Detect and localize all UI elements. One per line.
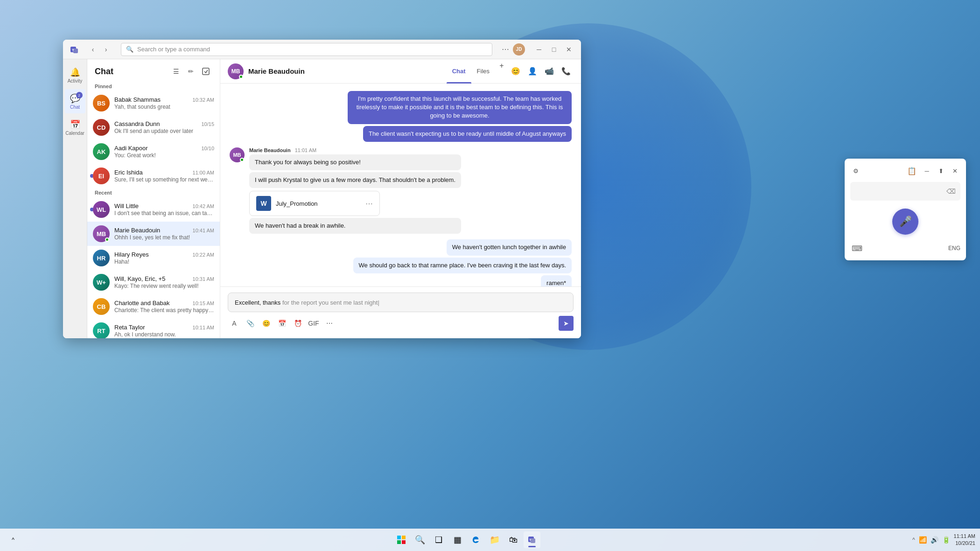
add-people-button[interactable]: 👤 [525, 64, 540, 79]
typed-text: Excellent, thanks [235, 299, 280, 306]
chat-item-aadi[interactable]: AK Aadi Kapoor 10/10 You: Great work! [87, 139, 220, 164]
chat-preview-eric: Sure, I'll set up something for next wee… [114, 176, 214, 183]
filter-button[interactable]: ☰ [169, 65, 182, 78]
video-call-button[interactable]: 📹 [542, 64, 557, 79]
start-button[interactable] [393, 531, 410, 548]
search-bar[interactable]: 🔍 Search or type a command [121, 43, 492, 56]
widgets-button[interactable]: ▦ [449, 531, 466, 548]
sidebar-item-chat[interactable]: 2 💬 Chat [65, 89, 85, 113]
voice-call-button[interactable]: 📞 [559, 64, 574, 79]
network-icon[interactable]: 📶 [919, 536, 927, 544]
close-button[interactable]: ✕ [562, 43, 575, 56]
file-options-button[interactable]: ⋯ [365, 199, 373, 208]
taskbar-right: ^ 📶 🔊 🔋 11:11 AM 10/20/21 [912, 533, 975, 547]
emoji-reactions-button[interactable]: 😊 [508, 64, 523, 79]
svg-text:T: T [72, 48, 74, 52]
system-time[interactable]: 11:11 AM 10/20/21 [954, 533, 975, 547]
tray-chevron-button[interactable]: ^ [912, 537, 915, 543]
msg-content-marie-1: Marie Beaudouin 11:01 AM Thank you for a… [249, 147, 461, 234]
chat-preview-reta: Ah, ok I understand now. [114, 331, 214, 338]
chat-item-will[interactable]: WL Will Little 10:42 AM I don't see that… [87, 197, 220, 222]
voice-close-button[interactable]: ✕ [949, 165, 960, 176]
microphone-button[interactable]: 🎤 [892, 209, 918, 235]
sidebar-item-activity[interactable]: 🔔 Activity [65, 63, 85, 87]
emoji-button[interactable]: 😊 [259, 317, 273, 330]
word-icon: W [256, 196, 271, 211]
maximize-button[interactable]: □ [547, 43, 560, 56]
avatar-marie: MB [93, 225, 110, 242]
chat-name-group: Will, Kayo, Eric, +5 [114, 275, 165, 282]
chat-item-eric[interactable]: EI Eric Ishida 11:00 AM Sure, I'll set u… [87, 164, 220, 188]
sidebar: 🔔 Activity 2 💬 Chat 📅 Calendar [63, 59, 87, 338]
chat-time-will: 10:42 AM [193, 203, 214, 209]
chat-time-babak: 10:32 AM [193, 97, 214, 103]
schedule-button[interactable]: ⏰ [291, 317, 304, 330]
voice-backspace-button[interactable]: ⌫ [946, 188, 956, 195]
chat-info-hilary: Hilary Reyes 10:22 AM Haha! [114, 251, 214, 265]
chat-name-reta: Reta Taylor [114, 324, 145, 331]
chat-item-cassandra[interactable]: CD Cassandra Dunn 10/15 Ok I'll send an … [87, 115, 220, 139]
chat-item-marie[interactable]: MB Marie Beaudouin 10:41 AM Ohhh I see, … [87, 222, 220, 246]
message-bubble: We haven't gotten lunch together in awhi… [447, 239, 572, 255]
back-button[interactable]: ‹ [87, 44, 98, 55]
voice-popup-header: ⚙ 📋 ─ ⬆ ✕ [850, 164, 960, 177]
compose-button[interactable] [199, 65, 212, 78]
chat-time-charlotte: 10:15 AM [193, 300, 214, 306]
message-input[interactable]: Excellent, thanks for the report you sen… [228, 293, 574, 312]
tab-chat[interactable]: Chat [447, 59, 471, 84]
sidebar-label-activity: Activity [68, 78, 83, 84]
sidebar-label-chat: Chat [70, 105, 80, 110]
input-toolbar: A 📎 😊 📅 ⏰ GIF ⋯ ➤ [228, 316, 574, 331]
keyboard-button[interactable]: ⌨ [850, 242, 863, 255]
attach-button[interactable]: 📎 [244, 317, 257, 330]
send-button[interactable]: ➤ [559, 316, 574, 331]
more-actions-button[interactable]: ⋯ [323, 317, 336, 330]
chat-item-babak[interactable]: BS Babak Shammas 10:32 AM Yah, that soun… [87, 91, 220, 115]
more-options-button[interactable]: ⋯ [502, 45, 509, 54]
task-view-button[interactable]: ❑ [430, 531, 447, 548]
user-avatar[interactable]: JD [513, 43, 525, 56]
store-button[interactable]: 🛍 [505, 531, 522, 548]
taskbar-center: 🔍 ❑ ▦ 📁 🛍 T [21, 531, 912, 548]
input-text: Excellent, thanks for the report you sen… [235, 299, 567, 306]
chat-header-tabs: Chat Files + [447, 59, 508, 84]
voice-settings-button[interactable]: ⚙ [850, 165, 861, 176]
chat-item-reta[interactable]: RT Reta Taylor 10:11 AM Ah, ok I underst… [87, 319, 220, 338]
meeting-button[interactable]: 📅 [275, 317, 288, 330]
voice-upload-button[interactable]: ⬆ [935, 165, 946, 176]
edge-button[interactable] [468, 531, 484, 548]
messages-area[interactable]: I'm pretty confident that this launch wi… [220, 84, 581, 286]
format-button[interactable]: A [228, 317, 241, 330]
explorer-button[interactable]: 📁 [486, 531, 503, 548]
chat-name-charlotte: Charlotte and Babak [114, 300, 170, 307]
chat-info-group: Will, Kayo, Eric, +5 10:31 AM Kayo: The … [114, 275, 214, 289]
sidebar-item-calendar[interactable]: 📅 Calendar [65, 115, 85, 139]
chat-name-babak: Babak Shammas [114, 96, 161, 103]
chat-name-marie: Marie Beaudouin [114, 227, 160, 234]
minimize-button[interactable]: ─ [532, 43, 546, 56]
battery-icon[interactable]: 🔋 [942, 536, 950, 544]
chat-item-hilary[interactable]: HR Hilary Reyes 10:22 AM Haha! [87, 246, 220, 270]
avatar-hilary: HR [93, 250, 110, 266]
volume-icon[interactable]: 🔊 [931, 536, 938, 544]
avatar-babak: BS [93, 95, 110, 112]
chat-item-charlotte[interactable]: CB Charlotte and Babak 10:15 AM Charlott… [87, 294, 220, 319]
new-chat-button[interactable]: ✏ [184, 65, 197, 78]
chat-item-group[interactable]: W+ Will, Kayo, Eric, +5 10:31 AM Kayo: T… [87, 270, 220, 294]
voice-minimize-button[interactable]: ─ [921, 165, 932, 176]
taskbar-chevron-button[interactable]: ^ [5, 531, 21, 548]
gif-button[interactable]: GIF [307, 317, 320, 330]
file-attachment[interactable]: W July_Promotion ⋯ [249, 191, 380, 216]
svg-rect-9 [531, 538, 535, 543]
add-tab-button[interactable]: + [495, 59, 508, 72]
voice-input-display: ⌫ [850, 182, 960, 201]
search-taskbar-button[interactable]: 🔍 [412, 531, 428, 548]
teams-taskbar-button[interactable]: T [524, 531, 540, 548]
tab-files[interactable]: Files [471, 59, 495, 84]
chat-name-cassandra: Cassandra Dunn [114, 120, 160, 127]
forward-button[interactable]: › [100, 44, 112, 55]
teams-logo-icon: T [69, 44, 80, 55]
chat-header-actions: 😊 👤 📹 📞 [508, 64, 574, 79]
message-bubble: I'm pretty confident that this launch wi… [348, 91, 572, 124]
chat-info-will: Will Little 10:42 AM I don't see that be… [114, 202, 214, 216]
